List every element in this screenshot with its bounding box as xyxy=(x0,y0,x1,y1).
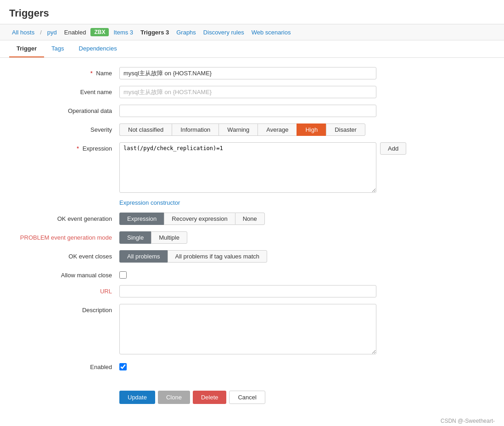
ok-event-closes-all[interactable]: All problems xyxy=(119,250,168,263)
description-row: Description xyxy=(18,304,486,354)
operational-data-input[interactable] xyxy=(119,105,376,117)
expression-label: * Expression xyxy=(18,142,119,152)
severity-high[interactable]: High xyxy=(297,123,326,136)
tab-bar: Trigger Tags Dependencies xyxy=(0,40,504,58)
name-row: * Name xyxy=(18,67,486,79)
allow-manual-row: Allow manual close xyxy=(18,269,486,279)
description-label: Description xyxy=(18,304,119,314)
tab-tags[interactable]: Tags xyxy=(44,40,71,57)
name-input[interactable] xyxy=(119,67,376,79)
tab-dependencies[interactable]: Dependencies xyxy=(72,40,124,57)
problem-event-multiple[interactable]: Multiple xyxy=(151,231,187,244)
enabled-checkbox[interactable] xyxy=(119,363,127,370)
web-link[interactable]: Web scenarios xyxy=(249,25,294,39)
event-name-input[interactable] xyxy=(119,86,376,98)
nav-bar: All hosts / pyd Enabled ZBX Items 3 Trig… xyxy=(0,24,504,40)
nav-separator: / xyxy=(40,29,42,36)
zbx-badge: ZBX xyxy=(90,28,109,36)
graphs-link[interactable]: Graphs xyxy=(174,25,199,39)
problem-event-group: Single Multiple xyxy=(119,231,187,244)
severity-row: Severity Not classified Information Warn… xyxy=(18,123,486,136)
delete-button[interactable]: Delete xyxy=(193,391,227,404)
enabled-row: Enabled xyxy=(18,361,486,370)
ok-event-row: OK event generation Expression Recovery … xyxy=(18,213,486,225)
host-link[interactable]: pyd xyxy=(45,25,60,39)
description-textarea[interactable] xyxy=(119,304,376,354)
ok-event-closes-tag[interactable]: All problems if tag values match xyxy=(168,250,268,263)
ok-event-label: OK event generation xyxy=(18,213,119,222)
ok-event-closes-row: OK event closes All problems All problem… xyxy=(18,250,486,263)
triggers-link[interactable]: Triggers 3 xyxy=(138,25,172,39)
severity-disaster[interactable]: Disaster xyxy=(326,123,365,136)
enabled-checkbox-wrapper xyxy=(119,361,127,370)
enabled-label: Enabled xyxy=(18,361,119,370)
cancel-button[interactable]: Cancel xyxy=(229,391,265,404)
event-name-row: Event name xyxy=(18,86,486,98)
ok-event-expression[interactable]: Expression xyxy=(119,213,164,225)
update-button[interactable]: Update xyxy=(119,391,155,404)
ok-event-recovery[interactable]: Recovery expression xyxy=(164,213,235,225)
severity-not-classified[interactable]: Not classified xyxy=(119,123,172,136)
clone-button[interactable]: Clone xyxy=(158,391,190,404)
allow-manual-checkbox-wrapper xyxy=(119,269,127,279)
severity-average[interactable]: Average xyxy=(258,123,297,136)
expression-constructor-row: Expression constructor xyxy=(119,199,486,206)
event-name-label: Event name xyxy=(18,86,119,95)
allow-manual-label: Allow manual close xyxy=(18,269,119,279)
all-hosts-link[interactable]: All hosts xyxy=(9,25,37,39)
page-title: Triggers xyxy=(0,0,504,24)
tab-trigger[interactable]: Trigger xyxy=(9,40,44,57)
enabled-label: Enabled xyxy=(62,25,89,39)
ok-event-closes-group: All problems All problems if tag values … xyxy=(119,250,267,263)
expression-add-button[interactable]: Add xyxy=(380,142,406,155)
watermark: CSDN @-Sweetheart- xyxy=(0,413,504,426)
expression-row: * Expression last(/pyd/check_replication… xyxy=(18,142,486,193)
url-label: URL xyxy=(18,285,119,295)
discovery-link[interactable]: Discovery rules xyxy=(201,25,247,39)
severity-warning[interactable]: Warning xyxy=(218,123,258,136)
expression-textarea[interactable]: last(/pyd/check_replication)=1 xyxy=(119,142,376,193)
url-row: URL xyxy=(18,285,486,297)
allow-manual-checkbox[interactable] xyxy=(119,271,127,279)
severity-information[interactable]: Information xyxy=(172,123,218,136)
ok-event-group: Expression Recovery expression None xyxy=(119,213,265,225)
operational-data-label: Operational data xyxy=(18,105,119,114)
expression-required-star: * xyxy=(77,145,79,152)
ok-event-none[interactable]: None xyxy=(235,213,265,225)
name-label: * Name xyxy=(18,67,119,77)
url-input[interactable] xyxy=(119,285,376,297)
problem-event-row: PROBLEM event generation mode Single Mul… xyxy=(18,231,486,244)
expression-constructor-link[interactable]: Expression constructor xyxy=(119,199,180,206)
severity-label: Severity xyxy=(18,123,119,133)
name-required-star: * xyxy=(90,70,93,77)
problem-event-label: PROBLEM event generation mode xyxy=(18,231,119,241)
operational-data-row: Operational data xyxy=(18,105,486,117)
severity-group: Not classified Information Warning Avera… xyxy=(119,123,365,136)
problem-event-single[interactable]: Single xyxy=(119,231,151,244)
items-link[interactable]: Items 3 xyxy=(111,25,136,39)
bottom-buttons: Update Clone Delete Cancel xyxy=(0,386,504,413)
ok-event-closes-label: OK event closes xyxy=(18,250,119,260)
form-area: * Name Event name Operational data Sever… xyxy=(0,58,504,386)
